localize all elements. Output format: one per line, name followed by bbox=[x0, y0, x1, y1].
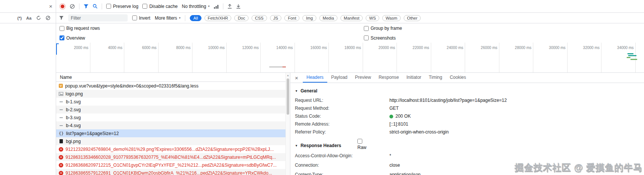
overview-box[interactable] bbox=[60, 35, 64, 40]
big-request-rows-checkbox[interactable]: Big request rows bbox=[60, 26, 100, 31]
screenshots-label: Screenshots bbox=[371, 35, 396, 41]
timeline-tick: 24000 ms bbox=[431, 43, 465, 72]
response-headers-toggle[interactable]: ▼ Response Headers bbox=[295, 142, 644, 149]
request-name: 912123289245769804_demo%281%29.png?Expir… bbox=[66, 147, 274, 152]
filter-pill-other[interactable]: Other bbox=[404, 15, 421, 21]
filter-pill-manifest[interactable]: Manifest bbox=[340, 15, 363, 21]
table-row-error[interactable]: 912863135346602028_910779353676320775_%E… bbox=[56, 153, 290, 161]
table-row[interactable]: V popup.vue?vue&type=style&index=0&scope… bbox=[56, 82, 290, 90]
big-request-rows-box[interactable] bbox=[60, 26, 64, 31]
table-row[interactable]: bgi.png bbox=[56, 137, 290, 145]
table-row[interactable]: b-4.svg bbox=[56, 121, 290, 129]
field-value: 200 OK bbox=[389, 112, 411, 120]
import-har-icon[interactable] bbox=[227, 4, 232, 9]
table-row-error[interactable]: 912123289245769804_demo%281%29.png?Expir… bbox=[56, 145, 290, 153]
clear-network-log-icon[interactable] bbox=[70, 4, 75, 9]
tab-response[interactable]: Response bbox=[375, 73, 403, 83]
toolbar-divider bbox=[79, 3, 79, 9]
raw-headers-toggle[interactable]: Raw bbox=[357, 139, 366, 150]
field-value: http://localhost:8101/casting/job/list?p… bbox=[389, 97, 507, 104]
preserve-log-box[interactable] bbox=[106, 4, 111, 9]
field-key: Access-Control-Allow-Origin: bbox=[295, 151, 389, 161]
clear-search-icon[interactable] bbox=[46, 15, 50, 20]
tab-preview[interactable]: Preview bbox=[351, 73, 375, 83]
close-search-icon[interactable]: × bbox=[48, 3, 53, 9]
invert-checkbox[interactable]: Invert bbox=[132, 15, 150, 21]
chevron-down-icon: ▾ bbox=[179, 16, 180, 20]
disclosure-triangle-icon: ▼ bbox=[295, 144, 298, 147]
record-button[interactable] bbox=[61, 5, 64, 8]
filter-input[interactable] bbox=[68, 14, 128, 21]
table-row-selected[interactable]: {} list?page=1&pageSize=12 bbox=[56, 129, 290, 137]
scroll-up-arrow-icon[interactable]: ▲ bbox=[286, 73, 290, 77]
name-column-header[interactable]: Name bbox=[56, 73, 290, 82]
table-row[interactable]: b-2.svg bbox=[56, 106, 290, 114]
filter-pill-fetch-xhr[interactable]: Fetch/XHR bbox=[204, 15, 232, 21]
table-row[interactable]: b-1.svg bbox=[56, 98, 290, 106]
regex-toggle-icon[interactable]: (*) bbox=[17, 16, 22, 20]
network-toolbar: × Preserve log Disable cache bbox=[0, 0, 644, 13]
table-row[interactable]: logo.png bbox=[56, 90, 290, 98]
big-request-rows-label: Big request rows bbox=[66, 26, 100, 31]
tab-timing[interactable]: Timing bbox=[425, 73, 446, 83]
timeline-tick: 28000 ms bbox=[499, 43, 534, 72]
match-case-toggle-icon[interactable]: Aa bbox=[26, 16, 32, 20]
refresh-search-icon[interactable] bbox=[36, 15, 41, 20]
field-value: application/json bbox=[389, 170, 421, 175]
scrollbar[interactable]: ▲ bbox=[285, 73, 290, 175]
scrollbar-thumb[interactable] bbox=[287, 78, 289, 115]
search-panel-toolbar: (*) Aa bbox=[0, 13, 56, 23]
timeline-tick: 16000 ms bbox=[295, 43, 329, 72]
timeline-tick: 18000 ms bbox=[329, 43, 363, 72]
screenshots-checkbox[interactable]: Screenshots bbox=[364, 35, 396, 41]
disable-cache-box[interactable] bbox=[142, 4, 147, 9]
filter-pill-doc[interactable]: Doc bbox=[234, 15, 249, 21]
request-name: 912863686209712215_O1CN01gvpCYr2IEqPYxYF… bbox=[66, 163, 277, 168]
filter-pill-js[interactable]: JS bbox=[270, 15, 282, 21]
header-field: Request Method: GET bbox=[295, 104, 644, 112]
request-name: b-2.svg bbox=[66, 107, 81, 112]
network-overview-timeline[interactable]: 2000 ms 4000 ms 6000 ms 8000 ms 10000 ms… bbox=[56, 43, 644, 73]
invert-box[interactable] bbox=[132, 15, 137, 20]
tab-initiator[interactable]: Initiator bbox=[403, 73, 425, 83]
network-conditions-icon[interactable] bbox=[214, 4, 219, 9]
field-key: Connection: bbox=[295, 161, 389, 170]
group-by-frame-box[interactable] bbox=[364, 26, 369, 31]
filter-pill-media[interactable]: Media bbox=[319, 15, 337, 21]
filter-pill-ws[interactable]: WS bbox=[366, 15, 379, 21]
site-watermark: 掘金技术社区 @ 爱摸鱼的牛马 bbox=[514, 161, 642, 173]
tab-payload[interactable]: Payload bbox=[327, 73, 351, 83]
table-row[interactable]: b-3.svg bbox=[56, 114, 290, 121]
request-rows: V popup.vue?vue&type=style&index=0&scope… bbox=[56, 82, 290, 175]
screenshots-box[interactable] bbox=[364, 35, 369, 40]
search-panel-input[interactable] bbox=[0, 3, 46, 10]
overview-checkbox[interactable]: Overview bbox=[60, 35, 85, 41]
table-row-error[interactable]: 912863865579122691_O1CN01KBtDwm20osbGbfi… bbox=[56, 169, 290, 175]
search-toggle-icon[interactable] bbox=[93, 4, 98, 9]
tab-cookies[interactable]: Cookies bbox=[446, 73, 470, 83]
filter-pill-css[interactable]: CSS bbox=[252, 15, 267, 21]
request-name: b-1.svg bbox=[66, 99, 81, 104]
throttling-select[interactable]: No throttling ▾ bbox=[182, 4, 210, 9]
filter-toggle-icon[interactable] bbox=[84, 4, 89, 9]
timeline-request-bar bbox=[628, 55, 636, 56]
filter-pill-wasm[interactable]: Wasm bbox=[382, 15, 401, 21]
field-key: Status Code: bbox=[295, 112, 389, 120]
filter-pill-font[interactable]: Font bbox=[284, 15, 299, 21]
more-filters-select[interactable]: More filters ▾ bbox=[155, 15, 180, 21]
general-section-title: General bbox=[301, 88, 317, 94]
export-har-icon[interactable] bbox=[236, 4, 241, 9]
tab-headers[interactable]: Headers bbox=[303, 73, 327, 83]
general-section-toggle[interactable]: ▼ General bbox=[295, 88, 644, 94]
field-value: * bbox=[389, 151, 391, 161]
filter-pill-all[interactable]: All bbox=[190, 15, 201, 21]
group-by-frame-checkbox[interactable]: Group by frame bbox=[364, 26, 402, 31]
timeline-start-notch bbox=[56, 43, 59, 44]
filter-pill-img[interactable]: Img bbox=[302, 15, 316, 21]
table-row-error[interactable]: 912863686209712215_O1CN01gvpCYr2IEqPYxYF… bbox=[56, 161, 290, 169]
timeline-tick: 22000 ms bbox=[397, 43, 431, 72]
preserve-log-checkbox[interactable]: Preserve log bbox=[106, 4, 138, 9]
disable-cache-checkbox[interactable]: Disable cache bbox=[142, 4, 177, 9]
close-details-icon[interactable]: × bbox=[294, 75, 299, 81]
raw-headers-box[interactable] bbox=[357, 139, 362, 144]
